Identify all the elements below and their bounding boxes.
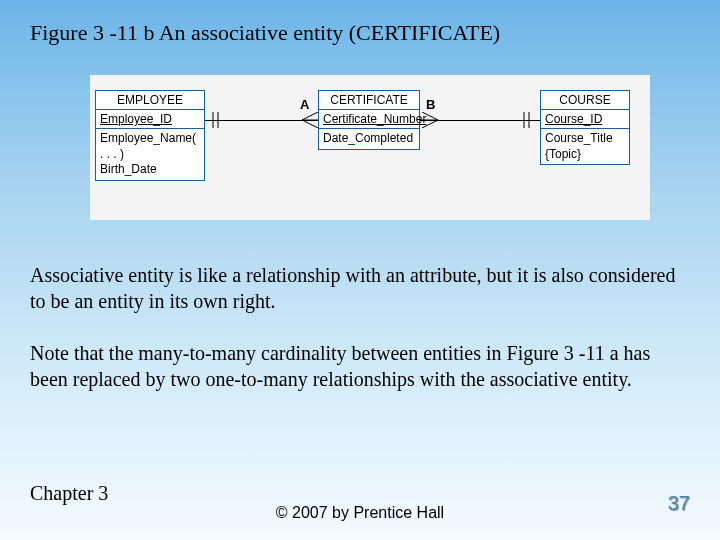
entity-employee-name: EMPLOYEE — [96, 91, 204, 110]
entity-employee: EMPLOYEE Employee_ID Employee_Name( . . … — [95, 90, 205, 181]
slide-title: Figure 3 -11 b An associative entity (CE… — [30, 20, 500, 46]
relationship-label-a: A — [300, 97, 309, 112]
entity-course-name: COURSE — [541, 91, 629, 110]
er-diagram: EMPLOYEE Employee_ID Employee_Name( . . … — [90, 75, 650, 220]
attr-row: {Topic} — [545, 147, 625, 163]
paragraph-1: Associative entity is like a relationshi… — [30, 262, 690, 314]
footer-page-number: 37 — [668, 492, 690, 515]
attr-row: Employee_Name( . . . ) — [100, 131, 200, 162]
svg-line-2 — [302, 112, 318, 120]
entity-employee-attrs: Employee_Name( . . . ) Birth_Date — [96, 129, 204, 180]
attr-row: Date_Completed — [323, 131, 415, 147]
entity-certificate-attrs: Date_Completed — [319, 129, 419, 149]
paragraph-2: Note that the many-to-many cardinality b… — [30, 340, 690, 392]
entity-employee-key: Employee_ID — [96, 110, 204, 129]
cardinality-one-icon — [209, 112, 223, 128]
cardinality-many-icon — [420, 112, 438, 128]
svg-line-7 — [422, 120, 438, 128]
relationship-label-b: B — [426, 97, 435, 112]
cardinality-many-icon — [302, 112, 320, 128]
footer-copyright: © 2007 by Prentice Hall — [0, 504, 720, 522]
attr-row: Course_Title — [545, 131, 625, 147]
footer-chapter: Chapter 3 — [30, 482, 108, 505]
cardinality-one-icon — [520, 112, 534, 128]
entity-course-attrs: Course_Title {Topic} — [541, 129, 629, 164]
svg-line-5 — [422, 112, 438, 120]
entity-certificate-name: CERTIFICATE — [319, 91, 419, 110]
attr-row: Birth_Date — [100, 162, 200, 178]
svg-line-4 — [302, 120, 318, 128]
entity-course-key: Course_ID — [541, 110, 629, 129]
entity-certificate: CERTIFICATE Certificate_Number Date_Comp… — [318, 90, 420, 150]
entity-certificate-key: Certificate_Number — [319, 110, 419, 129]
entity-course: COURSE Course_ID Course_Title {Topic} — [540, 90, 630, 165]
